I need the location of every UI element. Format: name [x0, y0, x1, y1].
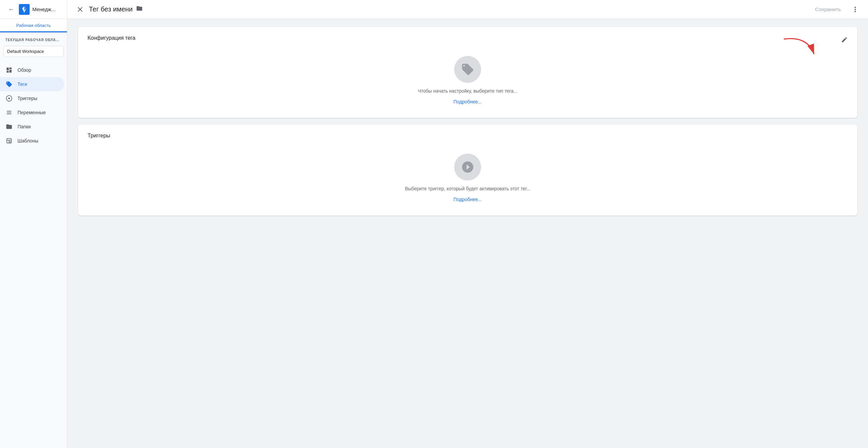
tag-config-hint: Чтобы начать настройку, выберите тип тег…	[418, 88, 518, 94]
sidebar-item-folders-label: Папки	[18, 124, 31, 129]
sidebar-item-overview-label: Обзор	[18, 67, 31, 73]
section-label: ТЕКУЩАЯ РАБОЧАЯ ОБЛА...	[0, 33, 67, 44]
gtm-logo	[19, 4, 30, 15]
sidebar-item-variables-label: Переменные	[18, 110, 46, 115]
sidebar: ← Менедж... Рабочая область ТЕКУЩАЯ РАБО…	[0, 0, 67, 448]
sidebar-header: ← Менедж...	[0, 0, 67, 19]
dialog-title-text: Тег без имени	[89, 5, 133, 13]
save-button[interactable]: Сохранить	[810, 4, 846, 15]
dialog-actions: Сохранить	[810, 3, 861, 16]
triggers-hint: Выберите триггер, который будет активиро…	[405, 186, 531, 191]
sidebar-item-templates[interactable]: Шаблоны	[0, 134, 64, 148]
triggers-icon-circle	[454, 154, 481, 181]
sidebar-item-tags-label: Теги	[18, 82, 27, 87]
back-button[interactable]: ←	[5, 3, 18, 16]
sidebar-nav: Обзор Теги Триггеры Переменные	[0, 60, 67, 448]
sidebar-item-tags[interactable]: Теги	[0, 77, 64, 91]
tag-config-title: Конфигурация тега	[88, 35, 848, 41]
triggers-body: Выберите триггер, который будет активиро…	[88, 147, 848, 208]
main-area: Тег без имени Сохранить	[67, 0, 868, 448]
templates-icon	[5, 137, 13, 145]
dialog-folder-icon[interactable]	[136, 5, 143, 13]
tag-config-card: Конфигурация тега Чтобы начать настройку…	[78, 27, 857, 118]
dialog-header: Тег без имени Сохранить	[67, 0, 868, 19]
dialog-title: Тег без имени	[89, 5, 810, 13]
sidebar-item-folders[interactable]: Папки	[0, 120, 64, 134]
tab-workspace[interactable]: Рабочая область	[0, 19, 67, 32]
triggers-icon	[5, 95, 13, 102]
sidebar-item-variables[interactable]: Переменные	[0, 106, 64, 120]
triggers-card: Триггеры Выберите триггер, который будет…	[78, 125, 857, 216]
tags-icon	[5, 81, 13, 88]
variables-icon	[5, 109, 13, 116]
sidebar-item-templates-label: Шаблоны	[18, 138, 38, 144]
triggers-title: Триггеры	[88, 133, 848, 139]
workspace-selector[interactable]: Default Workspace	[3, 46, 64, 57]
close-button[interactable]	[74, 3, 86, 16]
sidebar-item-triggers-label: Триггеры	[18, 96, 37, 101]
tag-config-body: Чтобы начать настройку, выберите тип тег…	[88, 49, 848, 110]
sidebar-item-overview[interactable]: Обзор	[0, 63, 64, 77]
sidebar-tabs: Рабочая область	[0, 19, 67, 33]
dialog-body: Конфигурация тега Чтобы начать настройку…	[67, 19, 868, 448]
folders-icon	[5, 123, 13, 130]
sidebar-item-triggers[interactable]: Триггеры	[0, 91, 64, 106]
tag-config-edit-button[interactable]	[838, 34, 850, 46]
overview-icon	[5, 66, 13, 74]
triggers-learn-more-link[interactable]: Подробнее...	[454, 197, 482, 202]
app-title: Менедж...	[32, 6, 56, 12]
more-button[interactable]	[849, 3, 861, 16]
tag-config-learn-more-link[interactable]: Подробнее...	[454, 99, 482, 104]
svg-point-2	[8, 98, 10, 99]
tag-config-icon	[454, 56, 481, 83]
